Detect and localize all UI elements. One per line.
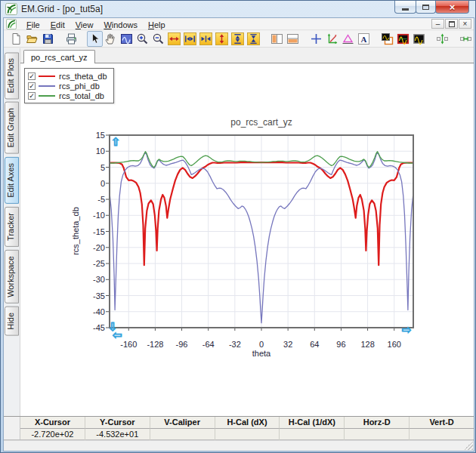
toolbar: ALayout	[4, 31, 474, 48]
graph-style-black-icon[interactable]	[411, 31, 427, 47]
mdi-close-button[interactable]: ×	[459, 19, 471, 29]
table-value-cell	[344, 429, 409, 441]
status-bar	[4, 440, 474, 451]
mdi-restore-icon	[449, 21, 455, 27]
mdi-close-icon: ×	[463, 20, 468, 28]
x-tick-label: 128	[353, 340, 383, 349]
legend-row[interactable]: ✓rcs_theta_db	[28, 71, 107, 81]
x-tick-label: -32	[220, 340, 250, 349]
maximize-button[interactable]	[416, 1, 436, 14]
new-document-icon[interactable]	[8, 31, 24, 47]
legend-label: rcs_phi_db	[59, 82, 100, 91]
x-tick-label: 0	[246, 340, 277, 349]
y-tick-label: -10	[73, 211, 105, 220]
sidebar-item-edit-graph[interactable]: Edit Graph	[5, 102, 19, 154]
mdi-minimize-button[interactable]: –	[431, 19, 444, 29]
y-tick-label: -5	[73, 195, 105, 204]
legend-line-sample	[39, 85, 55, 87]
sidebar-item-workspace[interactable]: Workspace	[5, 250, 19, 304]
menu-item-help[interactable]: Help	[143, 20, 171, 30]
x-tick-label: 64	[299, 340, 329, 349]
x-tick-label: -160	[113, 340, 144, 349]
copy-graph-icon[interactable]	[379, 31, 395, 47]
app-window: EM.Grid - [po_tut5a] × FileEditViewWindo…	[0, 0, 476, 453]
sidebar-item-hide[interactable]: Hide	[5, 307, 19, 336]
print-icon[interactable]	[63, 31, 79, 47]
table-header-cell: H-Cal (dX)	[215, 417, 280, 429]
table-header-cell: H-Cal (1/dX)	[279, 417, 344, 429]
legend-label: rcs_theta_db	[59, 72, 107, 81]
y-tick-label: 10	[73, 146, 105, 156]
axis-cursor-left-icon[interactable]: ⇦	[113, 329, 122, 341]
mdi-restore-button[interactable]	[445, 19, 458, 29]
minimize-button[interactable]	[394, 1, 416, 14]
sidebar-item-edit-plots[interactable]: Edit Plots	[5, 52, 19, 99]
crosshair-icon[interactable]	[308, 31, 324, 47]
menu-bar: FileEditViewWindowsHelp – ×	[4, 18, 474, 30]
table-header-cell: X-Cursor	[20, 417, 85, 429]
y-tick-label: 0	[73, 179, 105, 188]
plot-canvas[interactable]: po_rcs_cart_yz rcs_theta_db theta ✓rcs_t…	[20, 63, 474, 416]
shrink-y-icon[interactable]	[246, 31, 261, 47]
table-header-cell: V-Caliper	[150, 417, 215, 429]
sidebar: Edit PlotsEdit GraphEdit AxesTrackerWork…	[4, 48, 20, 416]
select-arrow-icon[interactable]	[87, 31, 103, 47]
chart-plot-area[interactable]	[100, 134, 422, 335]
split-vertical-icon[interactable]	[269, 31, 285, 47]
tab-po-rcs-cart-yz[interactable]: po_rcs_cart_yz	[23, 50, 95, 64]
split-horizontal-icon[interactable]	[285, 31, 301, 47]
menu-item-file[interactable]: File	[21, 20, 45, 30]
legend-row[interactable]: ✓rcs_phi_db	[28, 81, 107, 91]
align-vertical-icon[interactable]	[434, 31, 450, 47]
align-horizontal-icon[interactable]	[458, 31, 474, 47]
x-tick-label: 160	[379, 340, 410, 349]
graph-style-red-icon[interactable]	[395, 31, 411, 47]
zoom-out-icon[interactable]	[150, 31, 166, 47]
tab-row: po_rcs_cart_yz	[20, 48, 474, 63]
legend-checkbox-icon[interactable]: ✓	[28, 82, 36, 90]
caliper-triangle-icon[interactable]	[340, 31, 356, 47]
spread-y-icon[interactable]	[230, 31, 246, 47]
y-tick-label: 15	[73, 131, 105, 140]
window-title: EM.Grid - [po_tut5a]	[21, 4, 103, 14]
shrink-x-icon[interactable]	[198, 31, 214, 47]
minimize-icon	[402, 8, 409, 11]
text-tool-icon[interactable]: A	[356, 31, 372, 47]
save-icon[interactable]	[40, 31, 56, 47]
table-value-cell	[279, 429, 344, 441]
zoom-window-icon[interactable]	[119, 31, 134, 47]
zoom-in-icon[interactable]	[134, 31, 150, 47]
x-tick-label: -96	[167, 340, 197, 349]
client-area: FileEditViewWindowsHelp – × ALayout Edit…	[3, 17, 474, 451]
resize-grip[interactable]	[464, 441, 473, 450]
pan-hand-icon[interactable]	[103, 31, 119, 47]
axis-cursor-up-icon[interactable]: ⇧	[111, 136, 121, 147]
legend-checkbox-icon[interactable]: ✓	[28, 72, 36, 80]
table-left-gutter	[4, 417, 20, 439]
y-tick-label: -35	[73, 291, 105, 300]
title-bar[interactable]: EM.Grid - [po_tut5a] ×	[1, 1, 475, 17]
sidebar-item-edit-axes[interactable]: Edit Axes	[5, 157, 19, 204]
x-axis-label: theta	[186, 349, 337, 358]
axis-cursor-right-icon[interactable]: ⇨	[402, 324, 412, 335]
spread-x-icon[interactable]	[182, 31, 198, 47]
expand-y-icon[interactable]	[214, 31, 230, 47]
y-tick-label: -25	[73, 259, 105, 268]
table-header-cell: Vert-D	[409, 417, 474, 429]
legend-row[interactable]: ✓rcs_total_db	[28, 91, 107, 100]
menu-item-edit[interactable]: Edit	[45, 20, 70, 30]
sidebar-item-tracker[interactable]: Tracker	[5, 207, 19, 247]
close-button[interactable]: ×	[435, 1, 469, 14]
mdi-minimize-icon: –	[436, 20, 440, 28]
cursor-readout-table: X-CursorY-CursorV-CaliperH-Cal (dX)H-Cal…	[4, 416, 474, 440]
expand-x-icon[interactable]	[166, 31, 182, 47]
legend-line-sample	[39, 95, 55, 97]
y-tick-label: -45	[73, 323, 105, 332]
menu-item-view[interactable]: View	[70, 20, 99, 30]
menu-item-windows[interactable]: Windows	[98, 20, 143, 30]
legend-checkbox-icon[interactable]: ✓	[28, 92, 36, 100]
legend-label: rcs_total_db	[59, 91, 104, 100]
axes-tool-icon[interactable]	[324, 31, 340, 47]
open-folder-icon[interactable]	[24, 31, 40, 47]
y-tick-label: -30	[73, 275, 105, 284]
